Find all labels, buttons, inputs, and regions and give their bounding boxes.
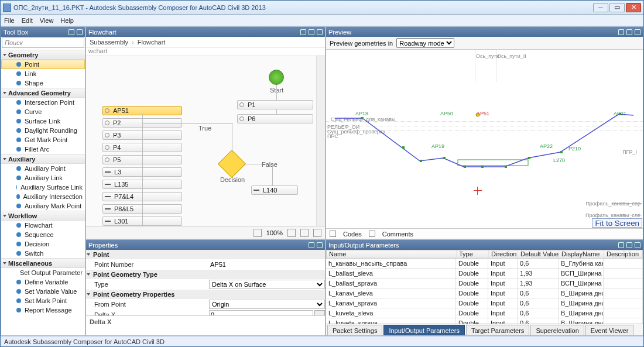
svg-rect-8 (560, 151, 563, 153)
tab-superelevation[interactable]: Superelevation (530, 325, 584, 335)
toolbox-category[interactable]: Workflow (1, 211, 85, 221)
comments-label: Comments (382, 231, 413, 238)
menu-edit[interactable]: Edit (22, 17, 33, 24)
toolbox-category[interactable]: Advanced Geometry (1, 88, 85, 98)
toolbox-item[interactable]: Report Message (1, 305, 85, 315)
pin-icon[interactable] (309, 242, 314, 248)
zoom-search-icon[interactable] (254, 229, 262, 237)
app-icon (3, 4, 11, 12)
node-p6[interactable]: P6 (237, 114, 313, 123)
toolbox-item[interactable]: Define Variable (1, 277, 85, 287)
comments-checkbox[interactable] (369, 231, 375, 237)
search-input[interactable]: Поиск (2, 37, 84, 48)
prop-val-deltax[interactable] (209, 310, 313, 315)
tab-packet-settings[interactable]: Packet Settings (327, 325, 382, 335)
false-label: False (262, 161, 278, 168)
toolbox-item[interactable]: Auxiliary Surface Link (1, 183, 85, 192)
menu-help[interactable]: Help (60, 17, 74, 24)
pin-icon[interactable] (309, 29, 314, 35)
toolbox-item[interactable]: Auxiliary Intersection (1, 192, 85, 201)
toolbox-item[interactable]: Surface Link (1, 116, 85, 126)
propcat-pgp[interactable]: Point Geometry Properties (86, 290, 325, 299)
toolbox-item[interactable]: Decision (1, 239, 85, 249)
table-row[interactable]: L_kuveta_slevaDoubleInput0,6В_Ширина дна… (326, 308, 643, 318)
expand-icon[interactable] (300, 29, 306, 35)
toolbox-item[interactable]: Set Mark Point (1, 296, 85, 305)
propcat-pgt[interactable]: Point Geometry Type (86, 270, 325, 279)
minimize-button[interactable]: ─ (593, 3, 608, 12)
toolbox-item[interactable]: Auxiliary Link (1, 173, 85, 183)
toolbox-item[interactable]: Curve (1, 107, 85, 116)
codes-checkbox[interactable] (330, 231, 336, 237)
prop-val-pointnumber[interactable] (209, 260, 325, 269)
tab-io-parameters[interactable]: Input/Output Parameters (383, 325, 464, 335)
flowchart-canvas[interactable]: Start AP51P2P3P4P5L3L135P7&L4P8&L5L301 P… (86, 56, 325, 226)
toolbox-item[interactable]: Flowchart (1, 221, 85, 230)
table-row[interactable]: L_ballast_spravaDoubleInput1,93ВСП_Ширин… (326, 279, 643, 288)
table-row[interactable]: L_kuveta_spravaDoubleInput0,6В_Ширина дн… (326, 318, 643, 324)
table-row[interactable]: L_kanavi_slevaDoubleInput0,6В_Ширина дна… (326, 288, 643, 298)
io-parameters-panel: Input/Output Parameters NameTypeDirectio… (326, 239, 643, 336)
panel-close-icon[interactable] (317, 242, 323, 248)
propcat-point[interactable]: Point (86, 250, 325, 259)
svg-rect-2 (420, 160, 422, 162)
menu-view[interactable]: View (40, 17, 54, 24)
decision-node[interactable] (218, 150, 246, 178)
table-row[interactable]: h_канавы_насыпь_справаDoubleInput0,6В_Гл… (326, 259, 643, 269)
panel-close-icon[interactable] (635, 242, 640, 248)
breadcrumb-flowchart[interactable]: Flowchart (138, 39, 166, 46)
toolbox-item[interactable]: Switch (1, 249, 85, 258)
toolbox-item[interactable]: Auxiliary Point (1, 164, 85, 173)
toolbox-item[interactable]: Intersection Point (1, 98, 85, 107)
tab-event-viewer[interactable]: Event Viewer (585, 325, 634, 335)
toolbox-item[interactable]: Set Output Parameter (1, 268, 85, 277)
pin-icon[interactable] (626, 29, 632, 35)
toolbox-category[interactable]: Geometry (1, 50, 85, 60)
toolbox-item[interactable]: Point (1, 60, 85, 69)
pin-icon[interactable] (626, 242, 632, 248)
panel-close-icon[interactable] (77, 29, 83, 35)
close-button[interactable]: ✕ (626, 3, 641, 12)
menu-file[interactable]: File (4, 17, 15, 24)
preview-mode-label: Preview geometries in (330, 40, 393, 47)
table-row[interactable]: L_kanavi_spravaDoubleInput0,6В_Ширина дн… (326, 298, 643, 308)
table-header: NameTypeDirectionDefault ValueDisplayNam… (326, 250, 643, 259)
maximize-button[interactable]: ▭ (609, 3, 625, 12)
canvas-scrollbar[interactable] (316, 56, 325, 226)
toolbox-item[interactable]: Set Variable Value (1, 287, 85, 296)
preview-mode-select[interactable]: Roadway mode (396, 38, 454, 48)
overview-icon[interactable] (313, 229, 321, 237)
toolbox-item[interactable]: Get Mark Point (1, 135, 85, 145)
pin-icon[interactable] (68, 29, 74, 35)
svg-point-11 (476, 113, 479, 116)
toolbox-category[interactable]: Auxiliary (1, 154, 85, 164)
canvas-path: wchart (86, 47, 325, 56)
toolbox-item[interactable]: Shape (1, 78, 85, 88)
node-p1[interactable]: P1 (237, 100, 313, 109)
toolbox-item[interactable]: Fillet Arc (1, 145, 85, 154)
toolbox-item[interactable]: Link (1, 69, 85, 78)
preview-title: Preview (328, 29, 351, 36)
toolbox-category[interactable]: Miscellaneous (1, 258, 85, 268)
prop-val-type[interactable]: Delta X on Surface (209, 280, 325, 289)
svg-rect-6 (505, 166, 507, 168)
prop-val-frompoint[interactable]: Origin (209, 300, 325, 309)
breadcrumb-subassembly[interactable]: Subassembly (90, 39, 128, 46)
toolbox-item[interactable]: Auxiliary Mark Point (1, 201, 85, 211)
node-l140[interactable]: L140 (251, 185, 298, 195)
svg-rect-3 (443, 157, 446, 159)
tab-target-parameters[interactable]: Target Parameters (466, 325, 529, 335)
panel-close-icon[interactable] (635, 29, 640, 35)
table-row[interactable]: L_ballast_slevaDoubleInput1,93ВСП_Ширина… (326, 269, 643, 279)
toolbox-item[interactable]: Daylight Rounding (1, 126, 85, 135)
dropdown-icon[interactable] (618, 242, 624, 248)
fit-to-screen-button[interactable]: Fit to Screen (592, 218, 642, 228)
dropdown-icon[interactable] (618, 29, 624, 35)
panel-close-icon[interactable] (317, 29, 323, 35)
prop-ellipsis-button[interactable]: … (314, 310, 325, 315)
fit-page-icon[interactable] (300, 229, 309, 237)
start-node[interactable] (269, 70, 284, 85)
toolbox-item[interactable]: Sequence (1, 230, 85, 239)
fit-width-icon[interactable] (287, 229, 296, 237)
preview-viewport[interactable]: Ось_пути Ось_пути_II AP18 AP50 AP51 AP21… (326, 50, 643, 228)
